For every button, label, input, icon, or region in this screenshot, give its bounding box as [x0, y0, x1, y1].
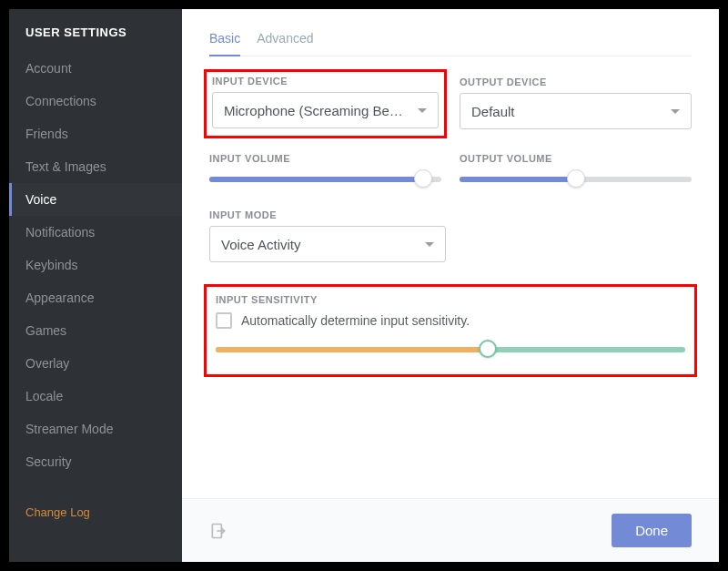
sidebar-item-overlay[interactable]: Overlay — [9, 347, 182, 380]
tab-basic[interactable]: Basic — [209, 27, 240, 56]
input-sensitivity-slider[interactable] — [216, 340, 685, 358]
input-mode-section: INPUT MODE Voice Activity — [209, 209, 692, 262]
sidebar-item-text-images[interactable]: Text & Images — [9, 150, 182, 183]
chevron-down-icon — [425, 242, 434, 247]
content: Basic Advanced INPUT DEVICE Microphone (… — [182, 9, 719, 498]
slider-thumb[interactable] — [414, 169, 432, 188]
input-volume-label: INPUT VOLUME — [209, 153, 441, 164]
tab-advanced[interactable]: Advanced — [257, 27, 313, 56]
input-volume-slider[interactable] — [209, 169, 441, 188]
input-mode-label: INPUT MODE — [209, 209, 692, 220]
slider-thumb[interactable] — [567, 169, 585, 188]
highlight-input-sensitivity: INPUT SENSITIVITY Automatically determin… — [204, 284, 697, 377]
device-row: INPUT DEVICE Microphone (Screaming Bee .… — [209, 73, 692, 146]
volume-row: INPUT VOLUME OUTPUT VOLUME — [209, 153, 692, 188]
sidebar-item-account[interactable]: Account — [9, 52, 182, 85]
auto-sensitivity-label: Automatically determine input sensitivit… — [241, 313, 470, 328]
sidebar-changelog[interactable]: Change Log — [9, 496, 182, 528]
input-device-label: INPUT DEVICE — [212, 76, 439, 87]
output-device-select[interactable]: Default — [460, 93, 692, 129]
output-device-value: Default — [471, 104, 515, 119]
sidebar-item-streamer-mode[interactable]: Streamer Mode — [9, 413, 182, 445]
auto-sensitivity-row: Automatically determine input sensitivit… — [216, 312, 685, 329]
input-device-select[interactable]: Microphone (Screaming Bee ... — [212, 92, 439, 128]
logout-icon[interactable] — [209, 522, 228, 540]
done-button[interactable]: Done — [612, 514, 692, 547]
input-device-value: Microphone (Screaming Bee ... — [224, 103, 410, 118]
sidebar-item-friends[interactable]: Friends — [9, 117, 182, 150]
sidebar-item-locale[interactable]: Locale — [9, 380, 182, 413]
sidebar-title: USER SETTINGS — [9, 25, 182, 52]
footer: Done — [182, 498, 719, 562]
output-volume-slider[interactable] — [460, 169, 692, 188]
sidebar-item-keybinds[interactable]: Keybinds — [9, 249, 182, 281]
input-mode-value: Voice Activity — [221, 237, 301, 252]
sidebar-item-connections[interactable]: Connections — [9, 85, 182, 117]
chevron-down-icon — [418, 108, 427, 113]
slider-thumb[interactable] — [479, 340, 497, 358]
highlight-input-device: INPUT DEVICE Microphone (Screaming Bee .… — [204, 69, 447, 138]
sidebar-item-games[interactable]: Games — [9, 314, 182, 347]
sidebar-item-security[interactable]: Security — [9, 445, 182, 478]
sidebar-item-voice[interactable]: Voice — [9, 183, 182, 216]
settings-window: USER SETTINGS Account Connections Friend… — [9, 9, 719, 562]
chevron-down-icon — [671, 109, 680, 114]
sidebar-item-appearance[interactable]: Appearance — [9, 281, 182, 314]
input-sensitivity-label: INPUT SENSITIVITY — [216, 294, 685, 305]
input-mode-select[interactable]: Voice Activity — [209, 226, 446, 262]
sidebar: USER SETTINGS Account Connections Friend… — [9, 9, 182, 562]
output-device-label: OUTPUT DEVICE — [460, 76, 692, 87]
tabs: Basic Advanced — [209, 27, 692, 56]
sidebar-item-notifications[interactable]: Notifications — [9, 216, 182, 249]
output-volume-label: OUTPUT VOLUME — [460, 153, 692, 164]
auto-sensitivity-checkbox[interactable] — [216, 312, 232, 329]
main-panel: Basic Advanced INPUT DEVICE Microphone (… — [182, 9, 719, 562]
